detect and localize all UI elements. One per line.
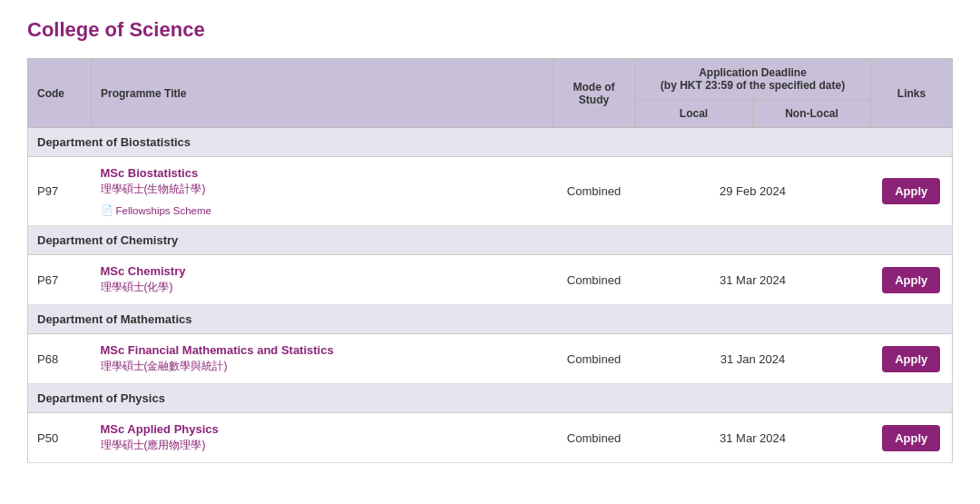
mode-of-study: Combined xyxy=(554,157,635,226)
document-icon: 📄 xyxy=(101,204,113,216)
programme-title-cell: MSc Biostatistics理學碩士(生物統計學)📄 Fellowship… xyxy=(92,157,554,226)
local-deadline: 31 Jan 2024 xyxy=(635,334,871,384)
links-cell: Apply xyxy=(871,413,953,463)
local-deadline: 31 Mar 2024 xyxy=(635,413,871,463)
programme-title-cell: MSc Chemistry理學碩士(化學) xyxy=(92,255,554,305)
programme-title-link[interactable]: MSc Chemistry xyxy=(101,264,544,278)
programme-subtitle: 理學碩士(金融數學與統計) xyxy=(101,359,544,374)
programme-title-cell: MSc Applied Physics理學碩士(應用物理學) xyxy=(92,413,554,463)
programme-subtitle: 理學碩士(應用物理學) xyxy=(101,438,544,453)
programme-title-link[interactable]: MSc Biostatistics xyxy=(101,166,544,180)
programme-title-cell: MSc Financial Mathematics and Statistics… xyxy=(92,334,554,384)
links-cell: Apply xyxy=(871,334,953,384)
links-cell: Apply xyxy=(871,157,953,226)
apply-button[interactable]: Apply xyxy=(882,425,940,451)
links-cell: Apply xyxy=(871,255,953,305)
department-header: Department of Chemistry xyxy=(28,226,953,255)
apply-button[interactable]: Apply xyxy=(882,178,940,204)
col-header-nonlocal: Non-Local xyxy=(753,100,871,128)
programme-code: P97 xyxy=(28,157,92,226)
apply-button[interactable]: Apply xyxy=(882,346,940,372)
department-header: Department of Physics xyxy=(28,384,953,413)
programme-code: P67 xyxy=(28,255,92,305)
programme-subtitle: 理學碩士(化學) xyxy=(101,280,544,295)
table-row: P50MSc Applied Physics理學碩士(應用物理學)Combine… xyxy=(28,413,953,463)
mode-of-study: Combined xyxy=(554,334,635,384)
local-deadline: 31 Mar 2024 xyxy=(635,255,871,305)
col-header-links: Links xyxy=(871,59,953,128)
programme-code: P50 xyxy=(28,413,92,463)
mode-of-study: Combined xyxy=(554,413,635,463)
programme-title-link[interactable]: MSc Financial Mathematics and Statistics xyxy=(101,343,544,357)
local-deadline: 29 Feb 2024 xyxy=(635,157,871,226)
department-header: Department of Biostatistics xyxy=(28,128,953,157)
programme-code: P68 xyxy=(28,334,92,384)
col-header-programme: Programme Title xyxy=(92,59,554,128)
col-header-mode: Mode of Study xyxy=(554,59,635,128)
apply-button[interactable]: Apply xyxy=(882,267,940,293)
col-header-local: Local xyxy=(635,100,753,128)
mode-of-study: Combined xyxy=(554,255,635,305)
col-header-code: Code xyxy=(28,59,92,128)
programme-title-link[interactable]: MSc Applied Physics xyxy=(101,422,544,436)
table-row: P68MSc Financial Mathematics and Statist… xyxy=(28,334,953,384)
table-row: P67MSc Chemistry理學碩士(化學)Combined31 Mar 2… xyxy=(28,255,953,305)
department-header: Department of Mathematics xyxy=(28,305,953,334)
fellowship-scheme-link[interactable]: 📄 Fellowships Scheme xyxy=(101,204,211,216)
page-title: College of Science xyxy=(27,18,953,42)
programme-subtitle: 理學碩士(生物統計學) xyxy=(101,182,544,197)
table-row: P97MSc Biostatistics理學碩士(生物統計學)📄 Fellows… xyxy=(28,157,953,226)
col-header-deadline-main: Application Deadline (by HKT 23:59 of th… xyxy=(635,59,871,100)
